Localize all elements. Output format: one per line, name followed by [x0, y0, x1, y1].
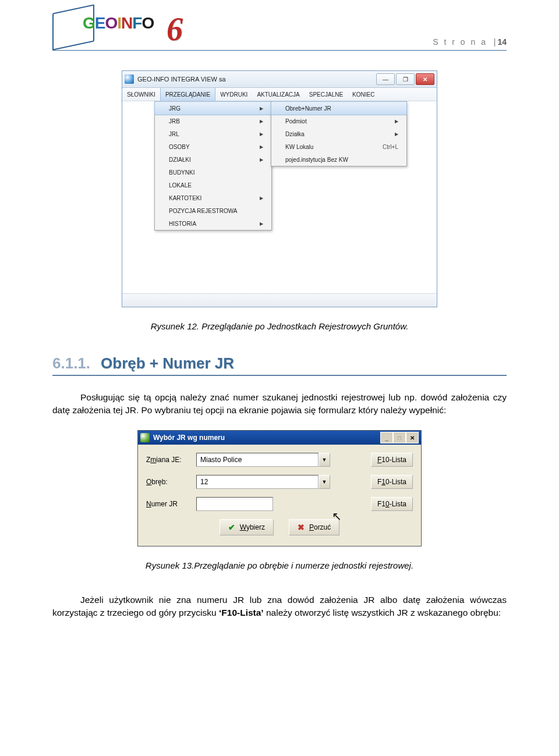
logo-version: 6 [167, 10, 183, 48]
combo-dropdown-icon[interactable]: ▼ [319, 475, 330, 489]
menu-item[interactable]: BUDYNKI [155, 166, 271, 179]
menu-item-label: JRB [169, 118, 180, 125]
submenu-arrow-icon: ▶ [395, 132, 398, 137]
dialog-app-icon [140, 433, 150, 442]
menu-item[interactable]: JRL▶ [155, 127, 271, 140]
dialog-minimize-button[interactable]: _ [380, 432, 393, 443]
menu-item[interactable]: Podmiot▶ [271, 115, 406, 127]
window-maximize-button[interactable]: ❐ [396, 73, 415, 85]
menubar-item[interactable]: AKTUALIZACJA [252, 88, 304, 101]
wybierz-button[interactable]: ✔ Wybierz [220, 519, 274, 535]
page-number: S t r o n a |14 [433, 37, 507, 47]
dialog-title: Wybór JR wg numeru [153, 434, 225, 442]
combo-dropdown-icon[interactable]: ▼ [319, 453, 330, 467]
input-numer-jr[interactable] [196, 497, 273, 511]
menu-item-label: OSOBY [169, 144, 190, 150]
menu-item[interactable]: OSOBY▶ [155, 140, 271, 153]
menu-item[interactable]: Obreb+Numer JR [271, 101, 407, 115]
menu-item-label: LOKALE [169, 182, 192, 189]
logo-letter: G [83, 14, 95, 32]
paragraph-intro: Posługując się tą opcją należy znać nume… [52, 391, 507, 416]
screenshot-integra-window: GEO-INFO INTEGRA VIEW sa — ❐ ✕ SŁOWNIKI … [122, 70, 437, 307]
checkmark-icon: ✔ [228, 523, 235, 532]
dialog-close-button[interactable]: ✕ [406, 432, 419, 443]
porzuc-button[interactable]: ✖ Porzuć [289, 519, 339, 535]
paragraph-bold: ‘F10-Lista’ [219, 608, 264, 617]
window-titlebar: GEO-INFO INTEGRA VIEW sa — ❐ ✕ [122, 71, 437, 88]
label-zmiana-je: Zmiana JE: [146, 456, 190, 464]
window-minimize-button[interactable]: — [376, 73, 395, 85]
logo-letter: N [121, 14, 132, 32]
menu-item-label: BUDYNKI [169, 169, 194, 176]
dialog-maximize-button[interactable]: □ [393, 432, 406, 443]
menu-item-shortcut: Ctrl+L [383, 144, 398, 150]
menu-item-label: JRG [169, 105, 181, 112]
figure-caption-12: Rysunek 12. Przeglądanie po Jednostkach … [52, 321, 507, 331]
submenu-arrow-icon: ▶ [260, 132, 263, 137]
page-label-prefix: S t r o n a [433, 37, 487, 47]
menubar-item[interactable]: SPECJALNE [305, 88, 348, 101]
menu-item[interactable]: DZIAŁKI▶ [155, 153, 271, 166]
logo-letter: O [141, 14, 154, 32]
header-rule [52, 50, 507, 51]
logo-text: GEOINFO [83, 14, 154, 33]
f10-lista-button-obreb[interactable]: F10-Lista [371, 475, 413, 489]
combo-value: 12 [196, 475, 319, 489]
paragraph-text: Posługując się tą opcją należy znać nume… [52, 392, 507, 415]
submenu-arrow-icon: ▶ [260, 106, 263, 111]
menu-item[interactable]: JRG▶ [154, 101, 272, 115]
menu-item-label: Działka [285, 131, 305, 137]
paragraph-text: należy otworzyć listę wszystkich JR z ws… [264, 608, 501, 617]
window-title: GEO-INFO INTEGRA VIEW sa [137, 76, 226, 83]
menu-item-label: KW Lokalu [285, 144, 313, 150]
label-obreb: Obręb: [146, 478, 190, 486]
menu-item-label: HISTORIA [169, 221, 196, 227]
menubar-item[interactable]: SŁOWNIKI [122, 88, 160, 101]
menu-item[interactable]: KW LokaluCtrl+L [271, 140, 406, 153]
menubar-item[interactable]: KONIEC [348, 88, 379, 101]
logo-letter: E [95, 14, 105, 32]
submenu-arrow-icon: ▶ [260, 196, 263, 201]
window-close-button[interactable]: ✕ [416, 73, 434, 85]
submenu-arrow-icon: ▶ [395, 119, 398, 124]
menubar-item[interactable]: WYDRUKI [215, 88, 252, 101]
menu-item[interactable]: HISTORIA▶ [155, 217, 271, 230]
app-icon [125, 74, 134, 84]
cross-icon: ✖ [298, 523, 305, 532]
menu-item-label: JRL [169, 131, 179, 137]
menu-item[interactable]: POZYCJA REJESTROWA [155, 204, 271, 217]
combo-value: Miasto Police [196, 453, 319, 467]
figure-caption-13: Rysunek 13.Przeglądanie po obrębie i num… [52, 560, 507, 570]
submenu-arrow-icon: ▶ [260, 157, 263, 162]
menu-item[interactable]: JRB▶ [155, 115, 271, 127]
dropdown-menu-level2: Obreb+Numer JR Podmiot▶ Działka▶ KW Loka… [271, 101, 407, 166]
menu-item-label: Obreb+Numer JR [285, 105, 331, 112]
menubar-item-active[interactable]: PRZEGLĄDANIE [160, 88, 215, 101]
window-statusbar [122, 293, 437, 307]
paragraph-outro: Jeżeli użytkownik nie zna numeru JR lub … [52, 594, 507, 619]
section-title: Obręb + Numer JR [101, 354, 234, 372]
menu-item[interactable]: Działka▶ [271, 127, 406, 140]
f10-lista-button-numer[interactable]: F10-Lista [371, 497, 413, 511]
menu-item[interactable]: pojed.instytucja Bez KW [271, 153, 406, 166]
dialog-titlebar: Wybór JR wg numeru _ □ ✕ [138, 431, 421, 445]
menu-item[interactable]: KARTOTEKI▶ [155, 191, 271, 204]
label-numer-jr: Numer JR [146, 500, 190, 508]
section-number: 6.1.1. [52, 354, 90, 372]
combo-zmiana-je[interactable]: Miasto Police ▼ [196, 453, 330, 467]
submenu-arrow-icon: ▶ [260, 119, 263, 124]
combo-obreb[interactable]: 12 ▼ [196, 475, 330, 489]
dropdown-menu-level1: JRG▶ JRB▶ JRL▶ OSOBY▶ DZIAŁKI▶ BUDYNKI L… [154, 101, 272, 230]
f10-lista-button-je[interactable]: F10-Lista [371, 453, 413, 467]
menu-item-label: POZYCJA REJESTROWA [169, 208, 237, 214]
menu-item-label: Podmiot [285, 118, 307, 125]
screenshot-dialog-window: Wybór JR wg numeru _ □ ✕ Zmiana JE: Mias… [137, 430, 422, 546]
logo-letter: I [117, 14, 121, 32]
menu-item[interactable]: LOKALE [155, 179, 271, 191]
menubar: SŁOWNIKI PRZEGLĄDANIE WYDRUKI AKTUALIZAC… [122, 88, 437, 101]
logo-letter: O [105, 14, 117, 32]
submenu-arrow-icon: ▶ [260, 144, 263, 150]
logo: GEOINFO 6 [52, 12, 186, 47]
menu-item-label: DZIAŁKI [169, 157, 191, 163]
menu-item-label: pojed.instytucja Bez KW [285, 157, 348, 163]
